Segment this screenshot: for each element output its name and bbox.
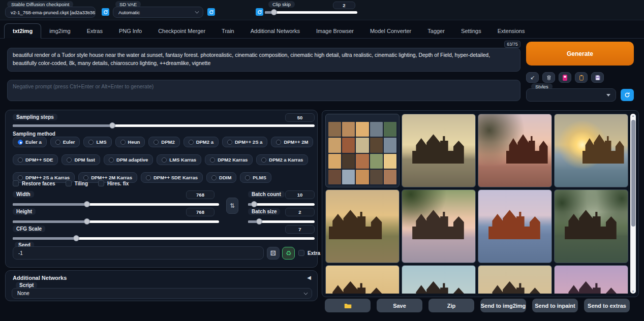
slider-handle[interactable] bbox=[84, 218, 90, 224]
sampling-steps-slider[interactable] bbox=[13, 122, 315, 129]
additional-networks-title[interactable]: Additional Networks bbox=[13, 275, 67, 281]
gallery-image[interactable] bbox=[402, 189, 476, 263]
sampler-option-dpm-fast[interactable]: DPM fast bbox=[62, 154, 100, 165]
gallery-image[interactable] bbox=[554, 265, 628, 294]
sampler-option-dpmpp-sde[interactable]: DPM++ SDE bbox=[13, 154, 58, 165]
tab-img2img[interactable]: img2img bbox=[41, 24, 79, 38]
slider-handle[interactable] bbox=[73, 235, 79, 241]
tab-settings[interactable]: Settings bbox=[453, 24, 489, 38]
height-slider[interactable] bbox=[13, 218, 219, 224]
sampler-option-lms[interactable]: LMS bbox=[83, 137, 111, 147]
batch-size-slider[interactable] bbox=[248, 218, 315, 224]
scrollbar-thumb[interactable] bbox=[631, 120, 635, 227]
tab-model-converter[interactable]: Model Converter bbox=[362, 24, 419, 38]
txt2img-settings-panel: Sampling steps 50 Sampling method Euler … bbox=[5, 110, 318, 268]
swap-width-height-button[interactable]: ⇅ bbox=[226, 198, 238, 214]
gallery-image[interactable] bbox=[402, 114, 476, 187]
extra-seed-checkbox[interactable]: Extra bbox=[298, 250, 320, 256]
gallery-image[interactable] bbox=[478, 189, 552, 263]
apply-styles-button[interactable] bbox=[575, 72, 588, 83]
refresh-checkpoint-button[interactable] bbox=[102, 8, 109, 16]
sampler-option-dpm-adaptive[interactable]: DPM adaptive bbox=[104, 154, 153, 165]
sampler-option-dpmpp-2s-a[interactable]: DPM++ 2S a bbox=[222, 137, 267, 147]
gallery-image[interactable] bbox=[554, 114, 628, 187]
reuse-seed-button[interactable]: ♻ bbox=[282, 247, 295, 260]
vae-dropdown[interactable]: Automatic bbox=[113, 7, 203, 18]
gallery-image-batch-grid[interactable] bbox=[325, 114, 400, 187]
tab-extensions[interactable]: Extensions bbox=[489, 24, 533, 38]
slider-handle[interactable] bbox=[109, 122, 115, 129]
gallery-image[interactable] bbox=[478, 114, 552, 187]
scroll-down-icon[interactable]: ▼ bbox=[630, 290, 636, 293]
gallery-image[interactable] bbox=[325, 189, 400, 263]
sampler-option-dpmpp-sde-karras[interactable]: DPM++ SDE Karras bbox=[141, 172, 203, 183]
sampler-option-dpm2-a-karras[interactable]: DPM2 a Karras bbox=[256, 154, 308, 165]
open-output-folder-button[interactable] bbox=[325, 299, 371, 312]
sampler-option-euler-a[interactable]: Euler a bbox=[13, 137, 47, 147]
sampler-option-lms-karras[interactable]: LMS Karras bbox=[157, 154, 201, 165]
tab-train[interactable]: Train bbox=[213, 24, 242, 38]
gallery-image[interactable] bbox=[325, 265, 400, 294]
height-input[interactable]: 768 bbox=[186, 208, 214, 216]
sampler-option-dpm2[interactable]: DPM2 bbox=[148, 137, 179, 147]
sampler-option-euler[interactable]: Euler bbox=[50, 137, 80, 147]
save-style-button[interactable] bbox=[591, 72, 604, 83]
sampler-option-heun[interactable]: Heun bbox=[115, 137, 145, 147]
sampler-option-dpm2-karras[interactable]: DPM2 Karras bbox=[205, 154, 253, 165]
sampler-option-plms[interactable]: PLMS bbox=[240, 172, 271, 183]
width-input[interactable]: 768 bbox=[186, 190, 214, 199]
checkpoint-dropdown[interactable]: v2-1_768-ema-pruned.ckpt [ad2a33c361] bbox=[5, 7, 96, 18]
gallery-image[interactable] bbox=[554, 189, 628, 263]
refresh-vae-button[interactable] bbox=[207, 8, 215, 16]
save-button[interactable]: Save bbox=[377, 299, 422, 312]
prompt-input[interactable]: beautiful render of a Tudor style house … bbox=[7, 48, 520, 72]
extra-networks-button[interactable] bbox=[559, 72, 571, 83]
tab-png-info[interactable]: PNG Info bbox=[111, 24, 150, 38]
sampler-option-ddim[interactable]: DDIM bbox=[206, 172, 236, 183]
gallery-scrollbar[interactable]: ▲ ▼ bbox=[630, 114, 636, 294]
send-to-img2img-button[interactable]: Send to img2img bbox=[480, 299, 526, 312]
slider-handle[interactable] bbox=[84, 201, 90, 207]
tab-extras[interactable]: Extras bbox=[79, 24, 111, 38]
gallery-image[interactable] bbox=[402, 265, 476, 294]
gallery-image[interactable] bbox=[478, 265, 552, 294]
recycle-icon: ♻ bbox=[286, 249, 292, 257]
tiling-checkbox[interactable]: Tiling bbox=[66, 180, 88, 186]
tab-checkpoint-merger[interactable]: Checkpoint Merger bbox=[150, 24, 213, 38]
hires-fix-checkbox[interactable]: Hires. fix bbox=[98, 180, 129, 186]
sampler-option-dpmpp-2m[interactable]: DPM++ 2M bbox=[271, 137, 313, 147]
clip-skip-slider[interactable] bbox=[265, 9, 357, 15]
scroll-up-icon[interactable]: ▲ bbox=[630, 114, 636, 117]
negative-prompt-input[interactable] bbox=[7, 80, 520, 101]
slider-handle[interactable] bbox=[256, 218, 262, 224]
styles-dropdown[interactable] bbox=[526, 88, 616, 102]
batch-count-slider[interactable] bbox=[248, 201, 315, 207]
clip-skip-value-input[interactable]: 2 bbox=[333, 2, 355, 9]
read-generation-params-button[interactable]: ↙ bbox=[526, 72, 539, 83]
batch-size-input[interactable]: 2 bbox=[285, 208, 315, 216]
slider-handle[interactable] bbox=[251, 201, 257, 207]
random-seed-button[interactable]: ⚄ bbox=[267, 247, 280, 260]
tab-additional-networks[interactable]: Additional Networks bbox=[242, 24, 308, 38]
tab-txt2img[interactable]: txt2img bbox=[4, 23, 41, 39]
refresh-styles-button[interactable] bbox=[621, 89, 634, 101]
script-dropdown[interactable]: None bbox=[12, 288, 312, 299]
restore-faces-checkbox[interactable]: Restore faces bbox=[13, 180, 55, 186]
sampler-option-dpm2-a[interactable]: DPM2 a bbox=[183, 137, 219, 147]
slider-handle[interactable] bbox=[271, 9, 277, 15]
generate-button[interactable]: Generate bbox=[526, 42, 634, 66]
accordion-collapse-icon[interactable]: ◀ bbox=[307, 275, 311, 280]
cfg-scale-slider[interactable] bbox=[13, 235, 315, 241]
width-slider[interactable] bbox=[13, 201, 219, 207]
seed-input[interactable]: -1 bbox=[13, 246, 264, 260]
send-to-extras-button[interactable]: Send to extras bbox=[584, 299, 630, 312]
clear-prompt-button[interactable] bbox=[542, 72, 555, 83]
cfg-scale-input[interactable]: 7 bbox=[285, 225, 315, 234]
sampling-steps-input[interactable]: 50 bbox=[285, 113, 315, 122]
refresh-clip-skip-button[interactable] bbox=[256, 8, 263, 16]
send-to-inpaint-button[interactable]: Send to inpaint bbox=[532, 299, 578, 312]
tab-tagger[interactable]: Tagger bbox=[419, 24, 453, 38]
batch-count-input[interactable]: 10 bbox=[285, 190, 315, 199]
zip-button[interactable]: Zip bbox=[428, 299, 474, 312]
tab-image-browser[interactable]: Image Browser bbox=[308, 24, 362, 38]
